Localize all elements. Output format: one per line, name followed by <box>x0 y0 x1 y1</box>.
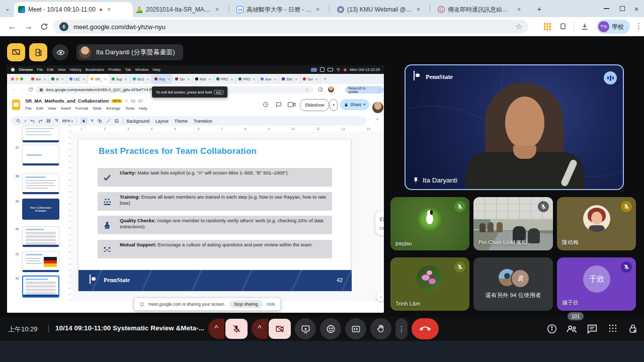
format-button[interactable]: Theme <box>175 119 188 124</box>
participant-tile-yuxin[interactable]: 于欣 越于欣 <box>557 257 636 311</box>
slide-thumbnail-41[interactable] <box>22 251 59 273</box>
share-button[interactable]: Share ▾ <box>340 99 369 110</box>
stop-sharing-button[interactable]: Stop sharing <box>229 300 263 308</box>
camera-toggle-button[interactable] <box>269 319 291 339</box>
browser-tab-drive[interactable]: 20251014-Ita-SR_MA - Goog × <box>132 3 233 16</box>
slides-profile-avatar[interactable] <box>372 102 383 113</box>
more-options-button[interactable]: ⋮ <box>395 318 408 339</box>
chat-button[interactable] <box>587 323 598 334</box>
slides-menu-item[interactable]: Format <box>75 106 88 111</box>
slides-app-icon[interactable] <box>12 100 20 110</box>
select-tool[interactable] <box>80 118 88 124</box>
address-bar[interactable]: meet.google.com/dwt-yhzw-nyu ☆ <box>53 20 528 34</box>
inner-tab[interactable]: PRO <box>214 74 236 84</box>
browser-tab-webmail[interactable]: (13) KMU Webmail @kmu.ed × <box>333 3 435 16</box>
zoom-select[interactable]: 85% ▾ <box>62 119 73 123</box>
inner-tab[interactable]: Ray <box>152 74 173 84</box>
inner-tab[interactable]: Sup <box>109 74 130 84</box>
slide-thumbnail-39[interactable]: Team Collaboration Strategies <box>22 199 59 220</box>
window-minimize-button[interactable] <box>599 3 614 14</box>
inner-new-tab-icon[interactable]: + <box>324 76 326 81</box>
doc-star-icon[interactable]: ☆ <box>125 99 128 103</box>
comments-icon[interactable] <box>276 102 282 108</box>
slideshow-button[interactable]: Slideshow <box>300 99 329 111</box>
watch-eye-button[interactable] <box>52 44 68 60</box>
browser-menu-icon[interactable]: ⋮ <box>635 22 642 31</box>
slides-menu-item[interactable]: File <box>25 106 32 111</box>
window-close-button[interactable]: × <box>630 3 643 14</box>
slides-menu-item[interactable]: Tools <box>125 106 135 111</box>
mic-permission-icon[interactable] <box>59 22 68 31</box>
mac-close-icon[interactable] <box>11 77 14 80</box>
downloads-icon[interactable] <box>581 23 589 31</box>
inner-tab[interactable]: M <box>49 74 66 84</box>
inner-tab[interactable]: LEC <box>67 74 89 84</box>
undo-icon[interactable] <box>30 119 35 123</box>
presentation-warning-button[interactable] <box>7 43 25 61</box>
toolbar-collapse-icon[interactable]: ^ <box>376 118 378 123</box>
line-tool[interactable] <box>106 119 111 123</box>
host-controls-button[interactable] <box>628 323 638 334</box>
new-tab-button[interactable]: + <box>534 4 544 14</box>
slides-menu-item[interactable]: Slide <box>93 106 102 111</box>
reactions-button[interactable] <box>320 318 341 339</box>
document-title[interactable]: SR_MA_Methods_and_Collaboration <box>25 98 109 104</box>
site-info-icon[interactable] <box>39 88 43 92</box>
participant-tile-trinh[interactable]: Trinh Lâm <box>390 257 469 311</box>
leave-call-button[interactable] <box>412 318 439 339</box>
inner-tab[interactable]: Ita D <box>130 74 152 84</box>
mac-menu-item[interactable]: View <box>57 67 65 72</box>
mac-menu-item[interactable]: Help <box>152 67 160 72</box>
mac-menu-item[interactable]: Tab <box>125 67 131 72</box>
redo-icon[interactable] <box>38 119 43 123</box>
browser-tab-meet[interactable]: Meet - 10/14 09:10-11:00 × <box>14 2 133 17</box>
profile-chip[interactable]: 于欣 學校 <box>597 20 630 34</box>
captions-button[interactable] <box>345 318 366 339</box>
mac-menu-item[interactable]: History <box>70 67 82 72</box>
forward-icon[interactable]: → <box>24 22 33 32</box>
present-screen-button[interactable] <box>295 318 316 339</box>
inner-tab[interactable]: Stre <box>279 74 300 84</box>
relaunch-chip[interactable]: Relaunch to update ⋮ <box>345 86 384 94</box>
main-video-tile[interactable]: PennState Ita Daryanti <box>405 64 624 190</box>
inner-tab[interactable]: Are <box>29 74 49 84</box>
participant-overflow-tile[interactable]: 袁 還有另外 94 位使用者 <box>473 257 553 311</box>
mac-menu-item[interactable]: File <box>37 67 43 72</box>
share-caret[interactable]: ▾ <box>364 103 366 107</box>
mac-zoom-icon[interactable] <box>20 77 23 80</box>
slides-menu-item[interactable]: View <box>48 106 56 111</box>
inner-tab[interactable]: PRO <box>236 74 258 84</box>
move-folder-icon[interactable] <box>131 99 135 103</box>
inner-sidepanel-icon[interactable] <box>318 87 323 92</box>
inner-reload-icon[interactable] <box>28 87 33 92</box>
inner-forward-icon[interactable]: → <box>20 87 24 92</box>
slide-thumbnail-38[interactable] <box>22 173 59 195</box>
meeting-details-button[interactable] <box>546 323 557 334</box>
slide-thumbnail-42-selected[interactable] <box>22 276 59 298</box>
mic-options-caret[interactable]: ^ <box>208 319 224 339</box>
shape-tool[interactable] <box>97 119 102 123</box>
tab-close-icon[interactable]: × <box>316 6 319 13</box>
slideshow-caret[interactable]: ▾ <box>330 99 338 111</box>
scroll-left-icon[interactable]: ‹ <box>376 293 384 302</box>
textbox-tool[interactable]: T <box>91 119 94 123</box>
slides-menu-item[interactable]: Edit <box>36 106 43 111</box>
back-icon[interactable]: ← <box>8 22 17 32</box>
apps-grid-icon[interactable] <box>543 23 551 31</box>
tab-close-icon[interactable]: × <box>517 6 521 13</box>
bookmark-star-icon[interactable]: ☆ <box>516 22 522 31</box>
format-button[interactable]: Layout <box>155 119 169 124</box>
window-maximize-button[interactable] <box>615 3 630 14</box>
tab-close-icon[interactable]: × <box>215 6 219 13</box>
mac-minimize-icon[interactable] <box>16 77 19 80</box>
reload-icon[interactable] <box>40 23 48 31</box>
leave-door-button[interactable] <box>29 43 47 61</box>
slide-thumbnail-40[interactable] <box>22 226 59 247</box>
format-button[interactable]: Background <box>127 119 149 124</box>
image-tool[interactable] <box>114 119 119 123</box>
tab-close-icon[interactable]: × <box>107 6 111 13</box>
folder-icon[interactable] <box>379 226 384 230</box>
mic-toggle-button[interactable] <box>225 319 248 339</box>
browser-tab-calendar[interactable]: 14 高雄醫學大學 - 日曆 - 活動詳細 × <box>232 3 334 16</box>
inner-tab[interactable]: Rob <box>193 74 214 84</box>
